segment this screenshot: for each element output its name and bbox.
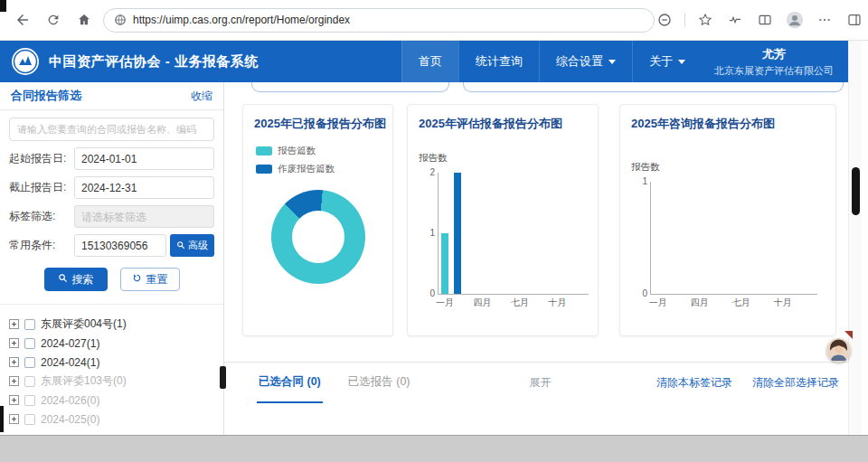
sidebar-panel-icon[interactable] (844, 10, 864, 30)
end-date-label: 截止报告日: (9, 180, 74, 195)
caret-down-icon (678, 60, 685, 64)
chart-title: 2025年评估报备报告分布图 (408, 105, 598, 132)
main-nav: 首页 统计查询 综合设置 关于 (401, 41, 702, 82)
y-tick-label: 2 (420, 168, 435, 177)
magnifier-icon (58, 273, 68, 286)
scrollbar-thumb[interactable] (852, 167, 860, 215)
tree-item[interactable]: 2024-024(1) (9, 353, 223, 372)
x-tick-label: 一月 (436, 298, 454, 307)
page-viewport: 中国资产评估协会 - 业务报备系统 首页 统计查询 综合设置 关于 尤芳 (0, 41, 848, 435)
screen: https://uimp.cas.org.cn/report/Home/orgi… (0, 0, 868, 462)
screen-edge-artifact (0, 406, 4, 432)
tree-item-label: 2024-027(1) (41, 337, 99, 350)
nav-item-home-label: 首页 (419, 53, 442, 70)
expand-plus-icon[interactable] (9, 395, 19, 405)
expand-plus-icon[interactable] (9, 319, 19, 329)
tag-filter-label: 标签筛选: (9, 209, 74, 224)
tree-item-label: 2024-024(1) (41, 356, 99, 369)
nav-item-home[interactable]: 首页 (401, 41, 458, 82)
user-info[interactable]: 尤芳 北京东展资产评估有限公司 (702, 46, 848, 78)
address-bar[interactable]: https://uimp.cas.org.cn/report/Home/orgi… (103, 8, 655, 33)
app-title: 中国资产评估协会 - 业务报备系统 (49, 53, 259, 71)
search-button-label: 搜索 (72, 272, 94, 288)
checkbox[interactable] (24, 338, 35, 349)
keyword-search-input[interactable] (9, 118, 214, 141)
checkbox[interactable] (24, 414, 35, 425)
expand-link[interactable]: 展开 (529, 375, 551, 391)
tree-item[interactable]: 2024-027(1) (9, 334, 223, 353)
legend-swatch-teal (256, 146, 272, 156)
tree-item-label: 2024-026(0) (41, 394, 99, 407)
legend-item-reports[interactable]: 报告篇数 (256, 145, 392, 157)
checkbox[interactable] (24, 357, 35, 368)
legend-label: 报告篇数 (278, 145, 316, 157)
page-scrollbar (848, 41, 862, 435)
donut-hole (292, 211, 344, 263)
checkbox[interactable] (24, 376, 35, 387)
tree-item[interactable]: 2024-025(0) (9, 410, 223, 429)
contract-tree: 东展评委004号(1) 2024-027(1) 2024-024(1) 东展评委… (0, 304, 223, 429)
legend-swatch-blue (256, 165, 272, 174)
expand-plus-icon[interactable] (9, 414, 19, 424)
tab-selected-reports[interactable]: 已选报告 (0) (346, 363, 412, 403)
clear-tab-link[interactable]: 清除本标签记录 (656, 375, 732, 391)
bar-一月 (441, 233, 448, 294)
evaluation-distribution-card: 2025年评估报备报告分布图 报告数 012一月四月七月十月 (407, 104, 599, 336)
checkbox[interactable] (24, 319, 35, 330)
expand-plus-icon[interactable] (9, 376, 19, 386)
home-icon[interactable] (74, 10, 94, 30)
tree-item[interactable]: 东展评委103号(0) (9, 372, 223, 391)
cas-logo-icon (11, 47, 40, 76)
start-date-input[interactable] (74, 147, 214, 170)
chart-title: 2025年咨询报备报告分布图 (620, 105, 835, 132)
x-tick-label: 四月 (691, 298, 709, 307)
reset-button[interactable]: 重置 (120, 268, 180, 291)
tab-selected-contracts[interactable]: 已选合同 (0) (257, 363, 323, 403)
consulting-distribution-card: 2025年咨询报备报告分布图 报告数 01一月四月七月十月 (619, 104, 836, 336)
tree-item-label: 东展评委103号(0) (41, 373, 127, 389)
legend-item-voided[interactable]: 作废报告篇数 (256, 163, 392, 175)
chrome-nav-icons (0, 10, 94, 30)
x-tick-label: 十月 (774, 298, 792, 307)
filter-sidebar: 合同报告筛选 收缩 起始报告日: 截止报告日: 标签筛选: 常用条件: (0, 82, 224, 435)
tag-filter-input[interactable] (74, 205, 214, 228)
expand-plus-icon[interactable] (9, 357, 19, 367)
url-text[interactable]: https://uimp.cas.org.cn/report/Home/orgi… (133, 14, 350, 26)
checkbox[interactable] (24, 395, 35, 406)
favorites-star-icon[interactable] (695, 10, 715, 30)
tree-item[interactable]: 2024-026(0) (9, 391, 223, 410)
chrome-divider (684, 13, 685, 27)
nav-item-settings[interactable]: 综合设置 (539, 41, 632, 82)
assistant-avatar[interactable] (826, 338, 851, 363)
zoom-out-icon[interactable] (655, 10, 675, 30)
nav-item-stats-query[interactable]: 统计查询 (458, 41, 539, 82)
browser-essentials-icon[interactable] (725, 10, 745, 30)
sidebar-collapse-handle[interactable] (220, 366, 226, 389)
search-button[interactable]: 搜索 (44, 268, 108, 291)
nav-item-about[interactable]: 关于 (632, 41, 702, 82)
split-screen-icon[interactable] (755, 10, 775, 30)
selection-footer-row: 已选合同 (0) 已选报告 (0) 展开 清除本标签记录 清除全部选择记录 (224, 363, 848, 402)
expand-plus-icon[interactable] (9, 338, 19, 348)
common-condition-input[interactable] (74, 234, 166, 257)
main-content: 2025年已报备报告分布图 报告篇数 作废报告篇数 (224, 82, 848, 435)
more-menu-icon[interactable] (815, 10, 835, 30)
refresh-icon[interactable] (43, 10, 63, 30)
legend-label: 作废报告篇数 (278, 163, 335, 175)
y-tick-label: 1 (420, 229, 435, 238)
back-icon[interactable] (13, 10, 33, 30)
bar-plot-consulting: 01一月四月七月十月 (650, 182, 817, 295)
start-date-label: 起始报告日: (9, 151, 74, 166)
profile-avatar-icon[interactable] (785, 10, 805, 30)
end-date-input[interactable] (74, 176, 214, 199)
x-tick-label: 一月 (649, 298, 667, 307)
caret-down-icon (609, 60, 616, 64)
tree-item[interactable]: 东展评委004号(1) (9, 315, 223, 334)
advanced-button[interactable]: 高级 (170, 234, 214, 257)
x-tick-label: 七月 (511, 298, 529, 307)
site-info-icon[interactable] (113, 14, 127, 27)
common-condition-row: 常用条件: 高级 (9, 234, 214, 257)
clear-all-link[interactable]: 清除全部选择记录 (752, 375, 839, 391)
app-header: 中国资产评估协会 - 业务报备系统 首页 统计查询 综合设置 关于 尤芳 (0, 41, 848, 82)
collapse-link[interactable]: 收缩 (191, 89, 212, 104)
